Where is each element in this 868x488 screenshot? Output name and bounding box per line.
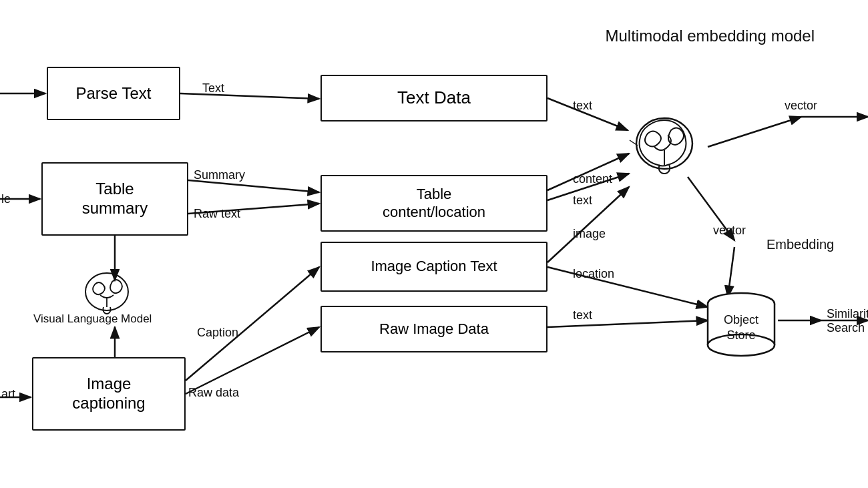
image-caption-text-box: Image Caption Text [320,242,548,292]
diagram-container: Multimodal embedding model Parse Text Te… [0,0,868,488]
raw-data-label: Raw data [188,386,239,400]
similarity-search-label: Similarity Search [827,307,868,335]
raw-image-data-box: Raw Image Data [320,306,548,352]
svg-line-9 [186,267,319,381]
object-store-label: ObjectStore [711,312,771,344]
brain-icon-vl-model [80,267,134,317]
text-label-obj: text [573,308,592,322]
svg-line-17 [548,320,708,327]
title-label: Multimodal embedding model [606,27,815,45]
text-data-box: Text Data [320,75,548,121]
partial-label-le: le [1,192,11,206]
caption-label: Caption [197,326,238,340]
table-summary-box: Table summary [41,162,188,236]
raw-text-label: Raw text [194,207,240,221]
svg-line-18 [708,117,801,147]
location-label: location [573,267,614,281]
svg-line-21 [728,247,734,297]
parse-text-box: Parse Text [47,67,180,120]
partial-label-art: art [1,387,15,401]
text-arrow-label: Text [202,81,224,95]
summary-label: Summary [194,168,245,182]
content-label: content [573,172,612,186]
image-label: image [573,227,606,241]
vector-label-embed: vector [713,224,746,238]
text-label-table: text [573,194,592,208]
brain-icon-embedding [628,110,701,177]
image-captioning-box: Image captioning [32,357,186,431]
svg-line-16 [548,267,708,307]
text-label-brain-top: text [573,99,592,113]
svg-line-3 [180,93,319,99]
table-content-box: Table content/location [320,175,548,232]
vector-label-upper: vector [785,99,817,113]
embedding-label: Embedding [767,237,834,252]
